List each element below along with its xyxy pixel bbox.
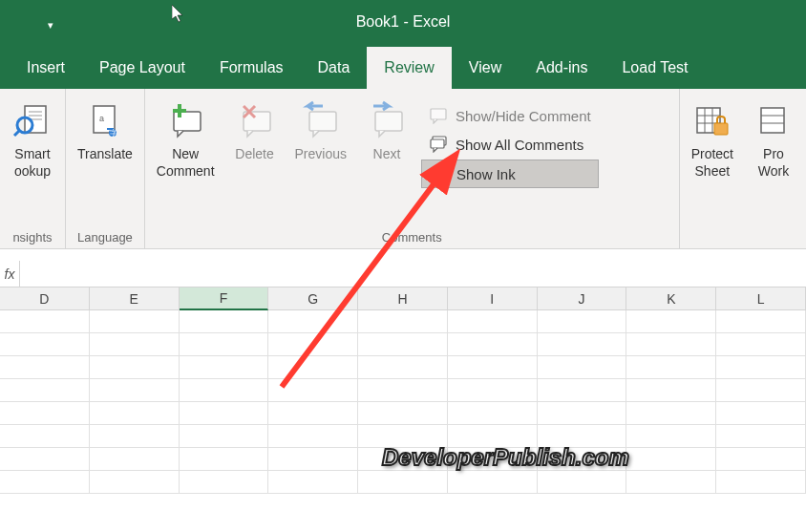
cell[interactable] (358, 356, 448, 379)
cell[interactable] (180, 471, 269, 494)
cell[interactable] (448, 333, 538, 356)
cell[interactable] (538, 333, 627, 356)
cell[interactable] (0, 425, 90, 448)
col-header-k[interactable]: K (626, 287, 716, 310)
tab-data[interactable]: Data (301, 47, 368, 89)
cell[interactable] (180, 379, 269, 402)
cell[interactable] (538, 402, 627, 425)
cell[interactable] (538, 471, 627, 494)
svg-rect-27 (761, 108, 784, 133)
cell[interactable] (538, 356, 627, 379)
cell[interactable] (0, 402, 90, 425)
col-header-h[interactable]: H (358, 287, 448, 310)
cell[interactable] (448, 356, 538, 379)
cell[interactable] (0, 333, 90, 356)
tab-view[interactable]: View (452, 47, 519, 89)
cell[interactable] (0, 310, 90, 333)
cell[interactable] (716, 379, 806, 402)
cell[interactable] (268, 425, 358, 448)
smart-lookup-button[interactable]: Smart ookup (6, 98, 59, 181)
protect-workbook-button[interactable]: Pro Work (747, 98, 800, 181)
cell[interactable] (90, 448, 180, 471)
tab-review[interactable]: Review (367, 47, 451, 89)
col-header-i[interactable]: I (448, 287, 538, 310)
cell[interactable] (626, 471, 716, 494)
show-ink-button[interactable]: Show Ink (421, 160, 599, 188)
cell[interactable] (358, 310, 448, 333)
protect-workbook-icon (753, 100, 795, 142)
cell[interactable] (268, 402, 358, 425)
cell[interactable] (268, 356, 358, 379)
cell[interactable] (716, 310, 806, 333)
cell[interactable] (626, 333, 716, 356)
translate-label: Translate (77, 146, 133, 163)
col-header-j[interactable]: J (538, 287, 627, 310)
cell[interactable] (716, 356, 806, 379)
cell[interactable] (268, 333, 358, 356)
cell[interactable] (358, 333, 448, 356)
cell[interactable] (538, 310, 627, 333)
cell[interactable] (180, 310, 269, 333)
cell[interactable] (538, 379, 627, 402)
cell[interactable] (626, 310, 716, 333)
cell[interactable] (626, 356, 716, 379)
cell[interactable] (448, 379, 538, 402)
col-header-e[interactable]: E (90, 287, 180, 310)
cell[interactable] (358, 402, 448, 425)
cell[interactable] (448, 471, 538, 494)
cell[interactable] (90, 356, 180, 379)
tab-page-layout[interactable]: Page Layout (82, 47, 202, 89)
cell[interactable] (626, 448, 716, 471)
tab-load-test[interactable]: Load Test (604, 47, 705, 89)
cell[interactable] (716, 425, 806, 448)
show-all-comments-button[interactable]: Show All Comments (421, 131, 599, 158)
fx-label[interactable]: fx (0, 261, 20, 287)
qat-dropdown-icon[interactable]: ▾ (48, 19, 53, 32)
cell[interactable] (268, 379, 358, 402)
translate-button[interactable]: a 字 Translate (72, 98, 138, 165)
cell[interactable] (268, 310, 358, 333)
cell[interactable] (0, 379, 90, 402)
cell[interactable] (716, 471, 806, 494)
cell[interactable] (358, 379, 448, 402)
window-title: Book1 - Excel (356, 13, 451, 31)
cell[interactable] (358, 471, 448, 494)
cell[interactable] (180, 402, 269, 425)
formula-input[interactable] (20, 261, 806, 287)
cell[interactable] (626, 425, 716, 448)
cell[interactable] (90, 333, 180, 356)
cell[interactable] (90, 471, 180, 494)
svg-text:a: a (99, 114, 104, 123)
cell[interactable] (626, 379, 716, 402)
protect-sheet-button[interactable]: Protect Sheet (686, 98, 739, 181)
cell[interactable] (0, 356, 90, 379)
cell[interactable] (90, 402, 180, 425)
cell[interactable] (716, 402, 806, 425)
col-header-g[interactable]: G (268, 287, 358, 310)
tab-add-ins[interactable]: Add-ins (519, 47, 604, 89)
grid-row (0, 402, 806, 425)
tab-insert[interactable]: Insert (10, 47, 82, 89)
cell[interactable] (268, 448, 358, 471)
cell[interactable] (180, 448, 269, 471)
cell[interactable] (180, 333, 269, 356)
cell[interactable] (0, 448, 90, 471)
cell[interactable] (90, 425, 180, 448)
cell[interactable] (448, 310, 538, 333)
col-header-l[interactable]: L (716, 287, 806, 310)
cell[interactable] (180, 356, 269, 379)
cell[interactable] (716, 448, 806, 471)
cell[interactable] (626, 402, 716, 425)
cell[interactable] (0, 471, 90, 494)
col-header-f[interactable]: F (180, 287, 269, 310)
cell[interactable] (448, 402, 538, 425)
cell[interactable] (90, 379, 180, 402)
grid-row (0, 333, 806, 356)
cell[interactable] (716, 333, 806, 356)
cell[interactable] (90, 310, 180, 333)
col-header-d[interactable]: D (0, 287, 90, 310)
cell[interactable] (268, 471, 358, 494)
cell[interactable] (180, 425, 269, 448)
new-comment-button[interactable]: New Comment (151, 98, 221, 181)
tab-formulas[interactable]: Formulas (202, 47, 301, 89)
